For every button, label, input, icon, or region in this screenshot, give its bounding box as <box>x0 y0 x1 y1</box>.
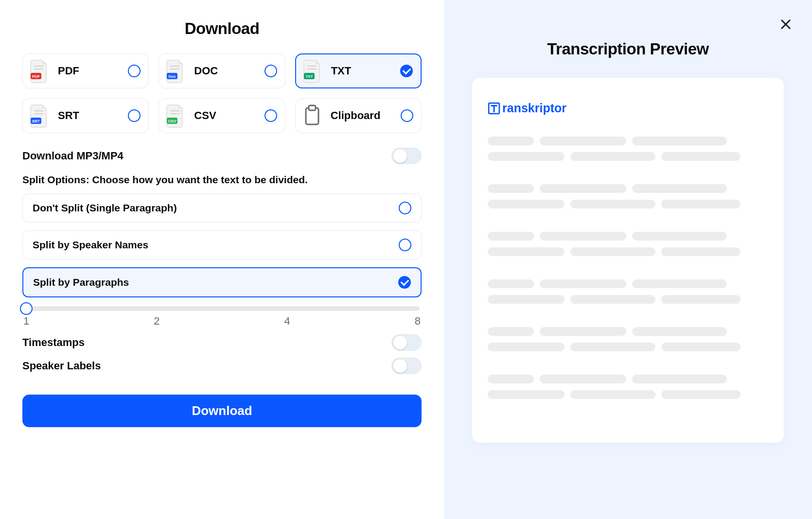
slider-tick: 2 <box>154 315 159 328</box>
speaker-labels-toggle[interactable] <box>391 358 422 374</box>
skeleton-paragraph <box>488 375 768 399</box>
svg-text:Doc: Doc <box>169 74 177 79</box>
split-options-list: Don't Split (Single Paragraph) Split by … <box>22 193 422 297</box>
svg-text:CSV: CSV <box>168 119 177 123</box>
speaker-labels-toggle-row: Speaker Labels <box>22 358 422 374</box>
slider-thumb[interactable] <box>20 302 33 315</box>
mp3-toggle-row: Download MP3/MP4 <box>22 148 422 164</box>
paragraph-slider: 1248 <box>22 306 422 328</box>
split-option-split-speaker[interactable]: Split by Speaker Names <box>22 230 422 260</box>
radio-icon <box>401 109 413 122</box>
close-icon[interactable] <box>779 17 793 31</box>
brand-mark-icon <box>488 102 500 115</box>
slider-track[interactable] <box>24 306 420 311</box>
skeleton-paragraph <box>488 137 768 161</box>
txt-file-icon: TXT <box>302 58 323 84</box>
format-option-pdf[interactable]: PDF PDF <box>22 53 149 88</box>
clipboard-file-icon <box>301 103 323 128</box>
radio-icon <box>399 202 411 214</box>
slider-tick: 4 <box>284 315 290 328</box>
doc-file-icon: Doc <box>165 58 186 84</box>
mp3-toggle[interactable] <box>391 148 422 164</box>
brand-logo: ranskriptor <box>488 101 768 115</box>
split-option-label: Don't Split (Single Paragraph) <box>33 202 177 214</box>
format-label: SRT <box>58 109 120 122</box>
preview-title: Transcription Preview <box>472 40 784 58</box>
format-option-srt[interactable]: SRT SRT <box>22 98 149 133</box>
csv-file-icon: CSV <box>165 103 186 128</box>
download-button[interactable]: Download <box>22 395 422 427</box>
timestamps-toggle-row: Timestamps <box>22 334 422 351</box>
preview-skeleton <box>488 137 768 399</box>
split-option-no-split[interactable]: Don't Split (Single Paragraph) <box>22 193 422 223</box>
radio-icon <box>399 239 411 251</box>
skeleton-paragraph <box>488 279 768 304</box>
skeleton-paragraph <box>488 184 768 208</box>
split-option-split-para[interactable]: Split by Paragraphs <box>22 267 422 297</box>
radio-icon <box>265 65 277 77</box>
radio-icon <box>128 65 141 77</box>
skeleton-paragraph <box>488 327 768 351</box>
split-options-header: Split Options: Choose how you want the t… <box>22 174 422 186</box>
skeleton-paragraph <box>488 232 768 256</box>
format-grid: PDF PDF Doc DOC TXT TXT SRT SRT <box>22 53 422 133</box>
brand-text: ranskriptor <box>502 101 566 115</box>
svg-rect-21 <box>309 105 316 110</box>
radio-icon <box>400 65 413 77</box>
format-label: PDF <box>58 65 120 77</box>
slider-ticks: 1248 <box>23 315 421 328</box>
format-label: CSV <box>194 109 256 122</box>
download-title: Download <box>22 19 422 38</box>
download-panel: Download PDF PDF Doc DOC TXT TXT <box>0 0 444 519</box>
format-option-txt[interactable]: TXT TXT <box>295 53 422 88</box>
svg-text:TXT: TXT <box>305 74 313 79</box>
format-label: Clipboard <box>331 109 393 122</box>
split-option-label: Split by Paragraphs <box>33 277 129 288</box>
slider-tick: 1 <box>23 315 29 328</box>
mp3-toggle-label: Download MP3/MP4 <box>22 150 124 162</box>
radio-icon <box>398 276 411 289</box>
split-option-label: Split by Speaker Names <box>33 239 148 251</box>
format-label: TXT <box>331 65 392 77</box>
svg-text:SRT: SRT <box>32 119 40 123</box>
timestamps-toggle[interactable] <box>391 334 422 351</box>
format-option-clip[interactable]: Clipboard <box>295 98 422 133</box>
format-option-csv[interactable]: CSV CSV <box>159 98 285 133</box>
slider-tick: 8 <box>415 315 421 328</box>
preview-panel: Transcription Preview ranskriptor <box>444 0 812 519</box>
format-option-doc[interactable]: Doc DOC <box>159 53 285 88</box>
timestamps-label: Timestamps <box>22 336 85 349</box>
pdf-file-icon: PDF <box>29 58 50 84</box>
extra-toggles: Timestamps Speaker Labels <box>22 334 422 374</box>
radio-icon <box>128 109 141 122</box>
radio-icon <box>265 109 277 122</box>
format-label: DOC <box>194 65 256 77</box>
speaker-labels-label: Speaker Labels <box>22 360 101 372</box>
svg-text:PDF: PDF <box>32 74 40 79</box>
preview-card: ranskriptor <box>472 78 784 443</box>
srt-file-icon: SRT <box>29 103 50 128</box>
